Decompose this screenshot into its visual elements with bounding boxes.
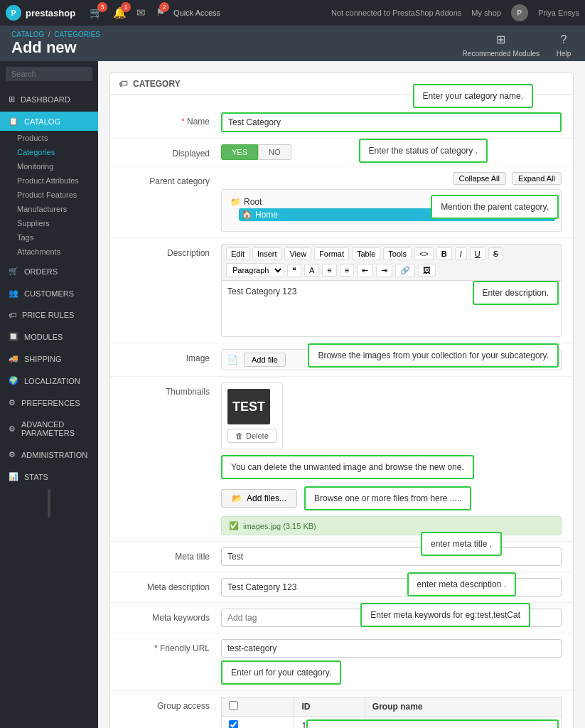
view-btn[interactable]: View	[284, 247, 311, 260]
localization-label: LOCALIZATION	[24, 377, 80, 385]
italic-btn[interactable]: I	[455, 247, 467, 260]
preferences-icon: ⚙	[9, 398, 16, 407]
insert-btn[interactable]: Insert	[252, 247, 282, 260]
recommended-modules-btn[interactable]: ⊞ Recommended Modules	[463, 30, 540, 58]
font-color-btn[interactable]: A	[304, 264, 319, 277]
breadcrumb-categories[interactable]: CATEGORIES	[54, 31, 100, 38]
sidebar-sub-suppliers[interactable]: Suppliers	[0, 216, 98, 230]
delete-thumb-btn[interactable]: 🗑 Delete	[227, 429, 277, 443]
thumbnail-container: TEST 🗑 Delete	[221, 382, 283, 449]
sidebar-sub-products[interactable]: Products	[0, 131, 98, 145]
delete-callout: You can delete the unwanted image and br…	[221, 455, 562, 479]
top-nav: P prestashop 🛒 3 🔔 1 ✉ ⚑ 2 Quick Access …	[0, 0, 585, 26]
orders-icon: 🛒	[9, 267, 18, 276]
expand-all-btn[interactable]: Expand All	[512, 172, 562, 185]
administration-label: ADMINISTRATION	[21, 451, 87, 459]
search-input[interactable]	[6, 67, 92, 81]
bell-icon[interactable]: 🔔 1	[113, 6, 127, 19]
sidebar-item-stats[interactable]: 📊 STATS	[0, 467, 98, 486]
blockquote-btn[interactable]: ❝	[287, 264, 301, 277]
logo-icon: P	[6, 5, 21, 21]
paragraph-select[interactable]: Paragraph	[226, 263, 284, 277]
collapse-expand-container: Collapse All Expand All	[221, 172, 562, 185]
select-all-checkbox[interactable]	[229, 701, 238, 710]
sidebar-sub-product-attributes[interactable]: Product Attributes	[0, 173, 98, 188]
top-nav-icons: 🛒 3 🔔 1 ✉ ⚑ 2	[90, 6, 165, 19]
sidebar-sub-attachments[interactable]: Attachments	[0, 245, 98, 259]
email-icon[interactable]: ✉	[136, 6, 146, 19]
outdent-btn[interactable]: ⇤	[357, 264, 373, 277]
meta-title-callout: enter meta title .	[421, 532, 502, 556]
tools-btn[interactable]: Tools	[383, 247, 412, 260]
advanced-params-icon: ⚙	[9, 424, 16, 434]
status-callout-text: Enter the status of category .	[359, 139, 488, 163]
no-toggle[interactable]: NO	[258, 144, 291, 160]
localization-icon: 🌍	[9, 376, 18, 385]
group-access-callout-text: Click on the checkbox to whom you allow …	[306, 719, 559, 728]
sidebar-sub-product-features[interactable]: Product Features	[0, 188, 98, 202]
sidebar-item-catalog[interactable]: 📋 CATALOG	[0, 112, 98, 131]
quick-access-link[interactable]: Quick Access	[173, 9, 220, 17]
displayed-row: Displayed YES NO Enter the status of cat…	[110, 139, 573, 166]
name-content: Enter your category name.	[221, 112, 562, 132]
home-icon: 🏠	[242, 210, 252, 220]
sidebar-item-advanced-params[interactable]: ⚙ ADVANCED PARAMETERS	[0, 415, 98, 442]
link-btn[interactable]: 🔗	[395, 264, 415, 277]
section-label: CATEGORY	[133, 79, 181, 89]
not-connected-text: Not connected to PrestaShop Addons	[331, 9, 461, 17]
add-files-btn[interactable]: 📂 Add files...	[221, 489, 297, 508]
collapse-all-btn[interactable]: Collapse All	[453, 172, 506, 185]
name-row: * Name Enter your category name.	[110, 107, 573, 139]
sidebar-item-preferences[interactable]: ⚙ PREFERENCES	[0, 393, 98, 412]
ol-btn[interactable]: ≡	[340, 264, 354, 277]
yes-toggle[interactable]: YES	[221, 144, 258, 160]
price-rules-icon: 🏷	[9, 311, 16, 319]
meta-keywords-callout-text: Enter meta keywords for eg:test,testCat	[360, 603, 530, 627]
indent-btn[interactable]: ⇥	[376, 264, 392, 277]
sidebar-item-price-rules[interactable]: 🏷 PRICE RULES	[0, 306, 98, 324]
flag-icon[interactable]: ⚑ 2	[156, 6, 165, 19]
sidebar-section-advanced-params: ⚙ ADVANCED PARAMETERS	[0, 415, 98, 442]
avatar: P	[511, 4, 528, 21]
add-file-btn[interactable]: Add file	[244, 353, 286, 367]
trash-icon: 🗑	[235, 432, 243, 440]
bold-btn[interactable]: B	[436, 247, 452, 260]
sidebar-sub-tags[interactable]: Tags	[0, 230, 98, 245]
sidebar-item-dashboard[interactable]: ⊞ DASHBOARD	[0, 90, 98, 109]
format-btn[interactable]: Format	[314, 247, 349, 260]
sidebar-item-administration[interactable]: ⚙ ADMINISTRATION	[0, 445, 98, 464]
sidebar-item-modules[interactable]: 🔲 MODULES	[0, 327, 98, 346]
underline-btn[interactable]: U	[470, 247, 485, 260]
sidebar-item-localization[interactable]: 🌍 LOCALIZATION	[0, 371, 98, 390]
friendly-url-input[interactable]	[221, 639, 562, 658]
meta-desc-callout-text: enter meta description .	[407, 572, 516, 596]
cart-icon[interactable]: 🛒 3	[90, 6, 103, 19]
breadcrumb-catalog[interactable]: CATALOG	[11, 31, 44, 38]
catalog-label: CATALOG	[24, 117, 60, 126]
parent-category-label: Parent category	[122, 172, 221, 186]
name-input[interactable]	[221, 112, 562, 132]
delete-callout-text: You can delete the unwanted image and br…	[221, 455, 474, 479]
visitor-checkbox[interactable]	[229, 720, 238, 728]
sidebar-item-orders[interactable]: 🛒 ORDERS	[0, 262, 98, 281]
sidebar-item-customers[interactable]: 👥 CUSTOMERS	[0, 284, 98, 303]
friendly-url-row: * Friendly URL Enter url for your catego…	[110, 633, 573, 691]
description-row: Description Edit Insert View Format Tabl…	[110, 238, 573, 343]
shipping-label: SHIPPING	[24, 355, 62, 363]
image-btn[interactable]: 🖼	[418, 264, 436, 277]
code-btn[interactable]: <>	[414, 247, 434, 260]
parent-cat-callout: Mention the parent category.	[431, 195, 559, 219]
meta-title-input[interactable]	[221, 547, 562, 566]
ul-btn[interactable]: ≡	[322, 264, 336, 277]
edit-btn[interactable]: Edit	[226, 247, 249, 260]
sidebar-sub-monitoring[interactable]: Monitoring	[0, 159, 98, 173]
sidebar-sub-manufacturers[interactable]: Manufacturers	[0, 202, 98, 216]
layout: ⊞ DASHBOARD 📋 CATALOG Products Categorie…	[0, 61, 585, 728]
table-btn[interactable]: Table	[352, 247, 380, 260]
sidebar-sub-categories[interactable]: Categories	[0, 145, 98, 159]
strikethrough-btn[interactable]: S	[488, 247, 503, 260]
parent-cat-callout-text: Mention the parent category.	[431, 195, 559, 219]
sidebar-item-shipping[interactable]: 🚚 SHIPPING	[0, 349, 98, 368]
help-btn[interactable]: ? Help	[554, 30, 574, 58]
my-shop-link[interactable]: My shop	[471, 9, 501, 17]
